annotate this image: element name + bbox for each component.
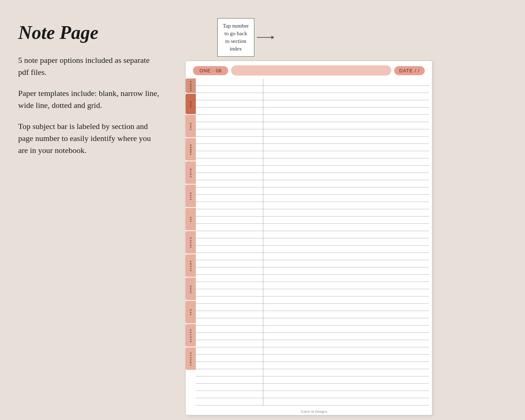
note-line — [196, 311, 429, 318]
note-line — [196, 93, 429, 100]
sidebar-tab-index[interactable]: INDEX — [186, 78, 196, 93]
note-line — [196, 180, 429, 187]
notebook-page: ONE · 08 DATE / / INDEXONETWOTHREEFOURFI… — [185, 61, 432, 415]
note-line — [196, 340, 429, 347]
note-line — [196, 209, 429, 217]
note-line — [196, 253, 429, 260]
note-line — [196, 78, 429, 86]
sidebar-tab-nine[interactable]: NINE — [186, 278, 196, 300]
content-area: INDEXONETWOTHREEFOURFIVESIXSEVENEIGHTNIN… — [186, 78, 432, 408]
arrow-line — [257, 37, 271, 38]
note-line — [196, 173, 429, 180]
note-line — [196, 144, 429, 151]
sidebar-tab-four[interactable]: FOUR — [186, 161, 196, 184]
note-line — [196, 304, 429, 311]
date-label: DATE / / — [394, 66, 425, 75]
note-line — [196, 158, 429, 166]
note-line — [196, 129, 429, 137]
note-line — [196, 100, 429, 108]
section-label[interactable]: ONE · 08 — [193, 66, 228, 75]
note-line — [196, 137, 429, 144]
lines-with-column — [196, 78, 429, 405]
note-line — [196, 115, 429, 122]
note-line — [196, 202, 429, 209]
sidebar-tab-three[interactable]: THREE — [186, 138, 196, 161]
note-line — [196, 217, 429, 224]
note-line — [196, 260, 429, 267]
callout-text: Tap numberto go backto sectionindex — [217, 18, 254, 57]
footer-text: ©Jenn W Designs — [186, 408, 432, 415]
description-2: Paper templates include: blank, narrow l… — [18, 87, 160, 111]
note-line — [196, 391, 429, 398]
sidebar-tab-eleven[interactable]: ELEVEN — [186, 324, 196, 347]
header-middle-spacer — [231, 65, 391, 76]
note-line — [196, 282, 429, 289]
note-line — [196, 86, 429, 93]
sidebar-tab-twelve[interactable]: TWELVE — [186, 347, 196, 370]
note-line — [196, 187, 429, 195]
note-line — [196, 166, 429, 173]
sidebar-tab-two[interactable]: TWO — [186, 115, 196, 137]
note-line — [196, 333, 429, 340]
tabs-column: INDEXONETWOTHREEFOURFIVESIXSEVENEIGHTNIN… — [186, 78, 196, 408]
note-line — [196, 224, 429, 231]
sidebar-tab-five[interactable]: FIVE — [186, 185, 196, 207]
callout-box: Tap numberto go backto sectionindex — [217, 18, 254, 57]
note-line — [196, 195, 429, 202]
note-line — [196, 246, 429, 253]
note-line — [196, 347, 429, 355]
sidebar-tab-ten[interactable]: TEN — [186, 301, 196, 323]
note-line — [196, 108, 429, 115]
sidebar-tab-seven[interactable]: SEVEN — [186, 231, 196, 254]
note-line — [196, 326, 429, 333]
note-line — [196, 275, 429, 282]
note-line — [196, 267, 429, 275]
note-line — [196, 398, 429, 405]
arrow-right — [257, 36, 274, 39]
note-line — [196, 296, 429, 304]
description-3: Top subject bar is labeled by section an… — [18, 120, 160, 156]
note-line — [196, 151, 429, 158]
note-line — [196, 355, 429, 362]
note-line — [196, 238, 429, 246]
note-line — [196, 318, 429, 326]
description-1: 5 note paper options included as separat… — [18, 54, 160, 78]
note-line — [196, 384, 429, 391]
callout-annotation: Tap numberto go backto sectionindex — [195, 18, 254, 58]
lines-area — [196, 78, 432, 408]
right-panel: Tap numberto go backto sectionindex ONE … — [171, 15, 510, 415]
page-title: Note Page — [18, 22, 160, 43]
note-line — [196, 122, 429, 129]
note-line — [196, 376, 429, 384]
header-bar: ONE · 08 DATE / / — [189, 64, 429, 77]
arrow-head — [271, 36, 274, 39]
note-line — [196, 289, 429, 296]
left-panel: Note Page 5 note paper options included … — [15, 15, 171, 173]
sidebar-tab-six[interactable]: SIX — [186, 208, 196, 230]
note-line — [196, 231, 429, 238]
sidebar-tab-one[interactable]: ONE — [186, 94, 196, 114]
note-line — [196, 369, 429, 376]
sidebar-tab-eight[interactable]: EIGHT — [186, 254, 196, 277]
note-line — [196, 362, 429, 369]
